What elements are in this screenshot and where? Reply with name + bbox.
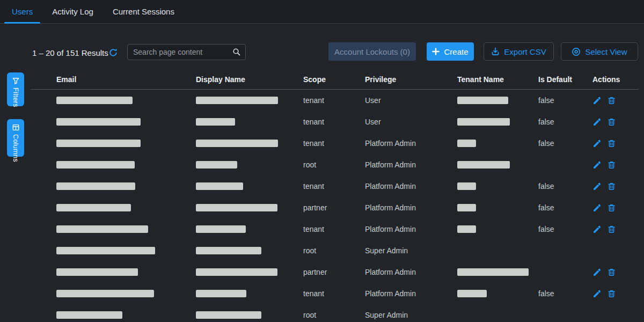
column-header-actions: Actions <box>592 75 639 84</box>
actions-cell <box>592 268 639 277</box>
table-row: partner Platform Admin false <box>31 197 639 218</box>
redacted-email-bar <box>56 182 135 190</box>
table-body: tenant User false <box>31 90 639 322</box>
delete-trash-icon[interactable] <box>607 225 616 234</box>
column-header-email: Email <box>56 75 196 84</box>
redacted-tenant-name-bar <box>457 225 476 233</box>
delete-trash-icon[interactable] <box>607 203 616 213</box>
email-cell <box>56 182 196 190</box>
redacted-email-bar <box>56 140 141 147</box>
delete-trash-icon[interactable] <box>607 289 616 298</box>
tab-activity-log[interactable]: Activity Log <box>45 0 101 23</box>
display-name-cell <box>196 204 303 211</box>
plus-icon <box>432 48 440 55</box>
tenant-name-cell <box>457 290 538 297</box>
edit-pencil-icon[interactable] <box>592 96 602 105</box>
table-row: root Super Admin <box>31 240 639 261</box>
scope-cell: root <box>303 246 365 255</box>
email-cell <box>56 268 196 276</box>
delete-trash-icon[interactable] <box>607 96 616 105</box>
export-csv-button[interactable]: Export CSV <box>484 42 554 61</box>
redacted-email-bar <box>56 225 148 233</box>
redacted-email-bar <box>56 97 133 104</box>
email-cell <box>56 204 196 211</box>
actions-cell <box>592 203 639 213</box>
redacted-email-bar <box>56 311 122 319</box>
scope-cell: root <box>303 160 365 169</box>
table-row: root Super Admin <box>31 304 639 322</box>
filters-side-tab-label: Filters <box>12 87 19 107</box>
edit-pencil-icon[interactable] <box>592 289 602 298</box>
scope-cell: tenant <box>303 182 365 191</box>
edit-pencil-icon[interactable] <box>592 203 602 213</box>
display-name-cell <box>196 118 303 126</box>
privilege-cell: Platform Admin <box>365 139 457 148</box>
column-header-tenant-name: Tenant Name <box>457 75 538 84</box>
table-row: tenant User false <box>31 90 639 111</box>
refresh-icon[interactable] <box>108 48 118 57</box>
is-default-cell: false <box>538 118 592 126</box>
redacted-email-bar <box>56 118 141 126</box>
table-row: partner Platform Admin <box>31 261 639 283</box>
select-view-button[interactable]: Select View <box>561 42 638 61</box>
columns-side-tab[interactable]: Columns <box>7 119 24 157</box>
redacted-display-name-bar <box>196 140 278 147</box>
edit-pencil-icon[interactable] <box>592 118 602 127</box>
search-input[interactable] <box>133 48 232 56</box>
column-header-privilege: Privilege <box>365 75 457 84</box>
scope-cell: tenant <box>303 118 365 126</box>
delete-trash-icon[interactable] <box>607 182 616 191</box>
create-button[interactable]: Create <box>427 42 474 61</box>
display-name-cell <box>196 182 303 190</box>
display-name-cell <box>196 290 303 297</box>
table-row: tenant User false <box>31 111 639 133</box>
privilege-cell: Super Admin <box>365 311 457 319</box>
redacted-display-name-bar <box>196 182 243 190</box>
edit-pencil-icon[interactable] <box>592 182 602 191</box>
account-lockouts-button[interactable]: Account Lockouts (0) <box>328 42 416 61</box>
tenant-name-cell <box>457 204 538 211</box>
actions-cell <box>592 225 639 234</box>
tenant-name-cell <box>457 268 538 276</box>
edit-pencil-icon[interactable] <box>592 139 602 148</box>
filters-side-tab[interactable]: Filters <box>7 72 24 106</box>
email-cell <box>56 97 196 104</box>
redacted-tenant-name-bar <box>457 97 508 104</box>
table-grid-icon <box>12 123 20 131</box>
privilege-cell: User <box>365 118 457 126</box>
delete-trash-icon[interactable] <box>607 139 616 148</box>
edit-pencil-icon[interactable] <box>592 225 602 234</box>
columns-side-tab-label: Columns <box>12 134 19 162</box>
scope-cell: partner <box>303 203 365 212</box>
display-name-cell <box>196 268 303 276</box>
privilege-cell: Platform Admin <box>365 182 457 191</box>
search-box <box>127 44 246 60</box>
column-header-is-default: Is Default <box>538 75 592 84</box>
delete-trash-icon[interactable] <box>607 268 616 277</box>
actions-cell <box>592 160 639 170</box>
edit-pencil-icon[interactable] <box>592 160 602 170</box>
display-name-cell <box>196 311 303 319</box>
redacted-email-bar <box>56 290 154 297</box>
redacted-display-name-bar <box>196 225 246 233</box>
redacted-display-name-bar <box>196 161 237 169</box>
table-row: root Platform Admin <box>31 154 639 175</box>
edit-pencil-icon[interactable] <box>592 268 602 277</box>
actions-cell <box>592 96 639 105</box>
redacted-tenant-name-bar <box>457 140 476 147</box>
tab-users[interactable]: Users <box>4 0 40 23</box>
scope-cell: tenant <box>303 225 365 233</box>
display-name-cell <box>196 161 303 169</box>
delete-trash-icon[interactable] <box>607 118 616 127</box>
scope-cell: tenant <box>303 289 365 298</box>
tenant-name-cell <box>457 225 538 233</box>
tab-current-sessions[interactable]: Current Sessions <box>105 0 182 23</box>
table-row: tenant Platform Admin false <box>31 283 639 304</box>
delete-trash-icon[interactable] <box>607 160 616 170</box>
redacted-tenant-name-bar <box>457 204 476 211</box>
email-cell <box>56 290 196 297</box>
email-cell <box>56 118 196 126</box>
results-count: 1 – 20 of 151 Results <box>32 48 108 57</box>
redacted-tenant-name-bar <box>457 182 476 190</box>
is-default-cell: false <box>538 289 592 298</box>
